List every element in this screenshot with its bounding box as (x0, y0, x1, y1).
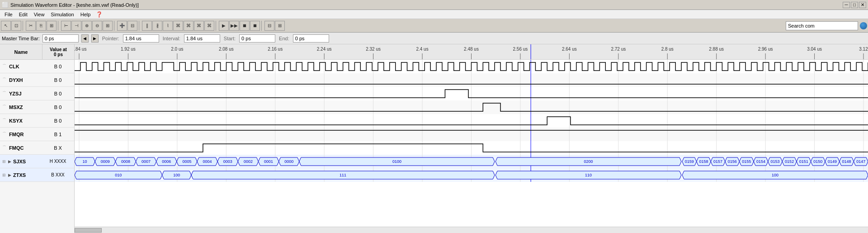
signal-row-fmqc[interactable]: ⌒ FMQC B X (0, 141, 74, 155)
start-input[interactable] (239, 34, 275, 43)
select-button[interactable]: ↖ (1, 21, 11, 31)
maximize-button[interactable]: □ (851, 2, 858, 8)
goto-start-button[interactable]: ⊢ (61, 21, 71, 31)
force2-button[interactable]: ⌘ (184, 21, 193, 31)
svg-text:010: 010 (115, 173, 122, 177)
yzsj-value: B 0 (43, 91, 74, 96)
zoom-in-button[interactable]: ⊕ (82, 21, 92, 31)
snap2-button[interactable]: ∦ (152, 21, 162, 31)
clk-name: CLK (8, 64, 43, 69)
svg-text:0154: 0154 (756, 159, 765, 164)
pointer-input[interactable] (123, 34, 159, 43)
search-input[interactable] (786, 21, 858, 30)
stop-button[interactable]: ⏹ (240, 21, 250, 31)
svg-text:3.12: 3.12 (859, 47, 868, 52)
waveform-svg: 1000090008000700060005000400030002000100… (75, 60, 868, 227)
signal-row-dyxh[interactable]: ⌒ DYXH B 0 (0, 73, 74, 87)
menu-simulation[interactable]: Simulation (48, 11, 76, 18)
view1-button[interactable]: ⊟ (264, 21, 274, 31)
paste-button[interactable]: ⊞ (47, 21, 57, 31)
main-area: Name Value at 0 ps ⌒ CLK B 0 ⌒ DYXH B 0 … (0, 44, 868, 233)
add-node-button[interactable]: ➕ (117, 21, 127, 31)
svg-text:0153: 0153 (771, 159, 780, 164)
svg-text:2.56 us: 2.56 us (513, 47, 528, 52)
svg-text:0001: 0001 (264, 159, 273, 164)
dyxh-icon: ⌒ (0, 77, 8, 83)
minimize-button[interactable]: ─ (843, 2, 850, 8)
search-area (786, 21, 867, 30)
titlebar-left: ⬜ Simulation Waveform Editor - [keshe.si… (2, 2, 139, 8)
svg-text:2.8 us: 2.8 us (661, 47, 674, 52)
svg-text:0200: 0200 (584, 159, 593, 164)
snap3-button[interactable]: ⌇ (163, 21, 173, 31)
menu-view[interactable]: View (31, 11, 47, 18)
svg-text:0008: 0008 (121, 159, 130, 164)
goto-end-button[interactable]: ⊣ (71, 21, 81, 31)
signal-row-clk[interactable]: ⌒ CLK B 0 (0, 60, 74, 73)
signal-row-ztxs[interactable]: ⊞ ▶ ZTXS B XXX (0, 168, 74, 182)
signal-row-ksyx[interactable]: ⌒ KSYX B 0 (0, 114, 74, 128)
svg-text:0159: 0159 (685, 159, 694, 164)
ztxs-value: B XXX (43, 172, 74, 177)
svg-text:0003: 0003 (223, 159, 232, 164)
signal-panel: Name Value at 0 ps ⌒ CLK B 0 ⌒ DYXH B 0 … (0, 44, 75, 233)
svg-text:3.04 us: 3.04 us (807, 47, 822, 52)
dyxh-name: DYXH (8, 77, 43, 83)
copy-button[interactable]: ⎘ (36, 21, 46, 31)
master-time-input[interactable] (42, 34, 79, 43)
msxz-name: MSXZ (8, 105, 43, 110)
zoom-select-button[interactable]: ⊡ (11, 21, 21, 31)
svg-text:0007: 0007 (142, 159, 151, 164)
tb-sep2 (58, 21, 60, 31)
interval-label: Interval: (163, 36, 180, 41)
menu-edit[interactable]: Edit (16, 11, 30, 18)
fmqr-value: B 1 (43, 132, 74, 137)
svg-text:0148: 0148 (842, 159, 851, 164)
header-value: Value at 0 ps (42, 44, 74, 59)
horizontal-scrollbar[interactable] (75, 227, 868, 233)
view2-button[interactable]: ⊞ (275, 21, 285, 31)
fmqc-name: FMQC (8, 145, 43, 151)
pointer-label: Pointer: (102, 36, 119, 41)
svg-text:2.4 us: 2.4 us (416, 47, 428, 52)
force4-button[interactable]: ⌘ (204, 21, 214, 31)
svg-text:2.08 us: 2.08 us (219, 47, 234, 52)
time-ruler: 1.84 us1.92 us2.0 us2.08 us2.16 us2.24 u… (75, 44, 868, 60)
toolbar: ↖ ⊡ ✂ ⎘ ⊞ ⊢ ⊣ ⊕ ⊖ ⊞ ➕ ⊟ ∥ ∦ ⌇ ⌘ ⌘ ⌘ ⌘ ▶ … (0, 19, 868, 33)
end-input[interactable] (293, 34, 329, 43)
interval-input[interactable] (184, 34, 220, 43)
zoom-full-button[interactable]: ⊞ (103, 21, 113, 31)
menu-help[interactable]: Help (78, 11, 94, 18)
fmqc-value: B X (43, 145, 74, 151)
stop2-button[interactable]: ⏹ (250, 21, 260, 31)
signal-row-fmqr[interactable]: ⌒ FMQR B 1 (0, 128, 74, 141)
close-button[interactable]: ✕ (859, 2, 866, 8)
svg-text:0006: 0006 (162, 159, 171, 164)
sjxs-expand-icon: ⊞ (0, 159, 8, 164)
svg-text:2.48 us: 2.48 us (464, 47, 479, 52)
svg-text:2.64 us: 2.64 us (562, 47, 577, 52)
force-button[interactable]: ⌘ (173, 21, 183, 31)
run2-button[interactable]: ▶▶ (229, 21, 239, 31)
titlebar-controls[interactable]: ─ □ ✕ (843, 2, 866, 8)
svg-text:0005: 0005 (182, 159, 191, 164)
run-button[interactable]: ▶ (219, 21, 229, 31)
signal-row-yzsj[interactable]: ⌒ YZSJ B 0 (0, 87, 74, 100)
group-button[interactable]: ⊟ (127, 21, 137, 31)
snap-button[interactable]: ∥ (142, 21, 152, 31)
master-time-bar: Master Time Bar: ◀ ▶ Pointer: Interval: … (0, 33, 868, 44)
svg-text:100: 100 (173, 173, 180, 177)
waveform-canvas[interactable]: 1000090008000700060005000400030002000100… (75, 60, 868, 227)
svg-text:2.32 us: 2.32 us (366, 47, 381, 52)
prev-arrow[interactable]: ◀ (81, 34, 89, 43)
zoom-out-button[interactable]: ⊖ (92, 21, 102, 31)
menu-file[interactable]: File (2, 11, 15, 18)
signal-row-msxz[interactable]: ⌒ MSXZ B 0 (0, 100, 74, 114)
force3-button[interactable]: ⌘ (194, 21, 204, 31)
next-arrow[interactable]: ▶ (91, 34, 99, 43)
svg-text:1.84 us: 1.84 us (75, 47, 86, 52)
cut-button[interactable]: ✂ (26, 21, 36, 31)
signal-row-sjxs[interactable]: ⊞ ▶ SJXS H XXXX (0, 155, 74, 168)
svg-text:0004: 0004 (203, 159, 212, 164)
tb-sep6 (261, 21, 263, 31)
